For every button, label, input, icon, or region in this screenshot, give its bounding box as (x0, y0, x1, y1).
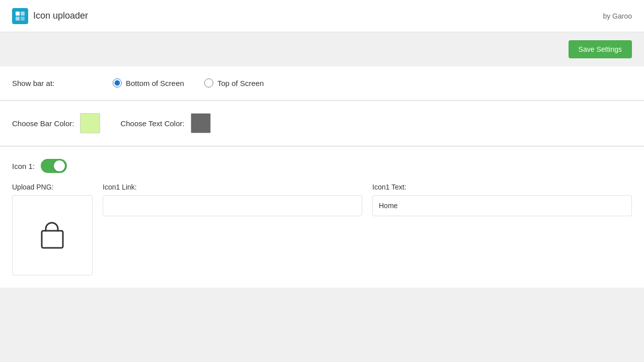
bar-color-swatch[interactable] (80, 113, 100, 133)
bar-color-item: Choose Bar Color: (12, 113, 100, 133)
bar-color-label: Choose Bar Color: (12, 119, 74, 128)
save-button-row: Save Settings (0, 32, 644, 58)
icon1-upload-area: Upload PNG: (12, 183, 93, 276)
app-logo (12, 8, 28, 24)
icon1-text-label: Icon1 Text: (372, 183, 632, 191)
icon1-header: Icon 1: (12, 159, 632, 173)
icon1-section: Icon 1: Upload PNG: Icon1 Link: (0, 147, 644, 288)
show-bar-label: Show bar at: (12, 79, 113, 87)
app-title: Icon uploader (33, 11, 88, 21)
icon1-toggle-slider (41, 159, 67, 173)
app-byline: by Garoo (603, 12, 632, 20)
color-section: Choose Bar Color: Choose Text Color: (0, 101, 644, 145)
icon1-link-label: Icon1 Link: (103, 183, 362, 191)
upload-png-label: Upload PNG: (12, 183, 53, 191)
radio-group-position: Bottom of Screen Top of Screen (113, 78, 264, 87)
icon1-link-area: Icon1 Link: (103, 183, 362, 216)
radio-option-bottom[interactable]: Bottom of Screen (113, 78, 184, 87)
svg-rect-1 (21, 12, 25, 16)
radio-bottom-label: Bottom of Screen (126, 79, 184, 87)
text-color-swatch[interactable] (191, 113, 211, 133)
app-header: Icon uploader by Garoo (0, 0, 644, 32)
icon1-text-input[interactable] (372, 195, 632, 216)
radio-top[interactable] (204, 78, 213, 87)
shopping-bag-icon (35, 218, 70, 253)
text-color-item: Choose Text Color: (120, 113, 210, 133)
radio-option-top[interactable]: Top of Screen (204, 78, 264, 87)
show-bar-section: Show bar at: Bottom of Screen Top of Scr… (0, 66, 644, 100)
svg-rect-0 (16, 12, 20, 16)
svg-rect-4 (42, 231, 63, 248)
svg-rect-2 (16, 17, 20, 21)
icon1-fields-row: Upload PNG: Icon1 Link: Icon1 Text: (12, 183, 632, 276)
radio-bottom[interactable] (113, 78, 122, 87)
svg-rect-3 (21, 17, 25, 21)
radio-top-label: Top of Screen (217, 79, 264, 87)
icon1-text-area: Icon1 Text: (372, 183, 632, 216)
icon1-link-input[interactable] (103, 195, 362, 216)
upload-box[interactable] (12, 195, 93, 276)
save-settings-button[interactable]: Save Settings (569, 40, 632, 58)
icon1-label: Icon 1: (12, 162, 35, 170)
page-wrapper: Save Settings Show bar at: Bottom of Scr… (0, 32, 644, 362)
header-left: Icon uploader (12, 8, 88, 24)
icon1-toggle[interactable] (41, 159, 67, 173)
text-color-label: Choose Text Color: (120, 119, 184, 128)
